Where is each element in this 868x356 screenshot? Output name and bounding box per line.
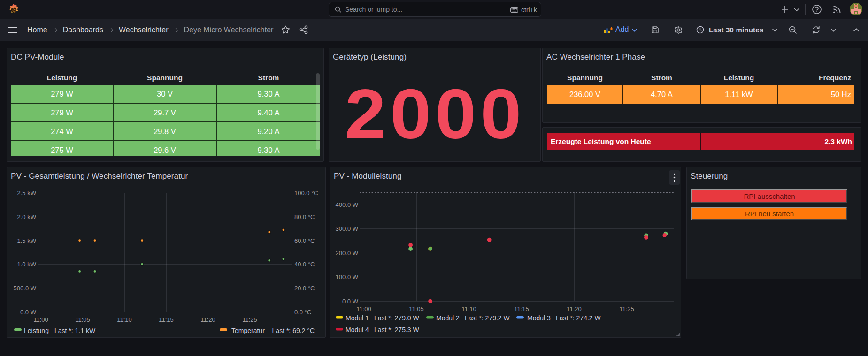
- svg-text:80.0 °C: 80.0 °C: [294, 213, 315, 220]
- svg-text:11:05: 11:05: [75, 316, 90, 323]
- svg-text:200.0 W: 200.0 W: [336, 250, 359, 257]
- svg-text:0.0 W: 0.0 W: [342, 298, 359, 305]
- svg-text:300.0 W: 300.0 W: [336, 225, 359, 232]
- svg-text:1.5 kW: 1.5 kW: [17, 237, 37, 244]
- svg-text:Last *: 1.1 kW: Last *: 1.1 kW: [54, 327, 96, 334]
- svg-text:Last *: 275.3 W: Last *: 275.3 W: [374, 326, 420, 333]
- svg-text:Last *: 69.2 °C: Last *: 69.2 °C: [272, 327, 315, 334]
- svg-text:Modul 2: Modul 2: [436, 314, 460, 322]
- svg-text:500.0 W: 500.0 W: [14, 285, 37, 292]
- svg-text:Modul 4: Modul 4: [346, 326, 369, 333]
- svg-text:Last *: 274.2 W: Last *: 274.2 W: [556, 314, 601, 322]
- svg-text:11:20: 11:20: [200, 316, 215, 323]
- svg-text:11:10: 11:10: [461, 305, 476, 312]
- svg-text:11:00: 11:00: [33, 316, 48, 323]
- svg-text:11:25: 11:25: [619, 305, 634, 312]
- svg-text:11:20: 11:20: [567, 305, 582, 312]
- svg-text:2.5 kW: 2.5 kW: [17, 189, 37, 197]
- svg-text:11:15: 11:15: [159, 316, 174, 323]
- svg-text:1.0 kW: 1.0 kW: [17, 261, 37, 268]
- svg-text:0.0 °C: 0.0 °C: [294, 309, 311, 316]
- svg-text:Last *: 279.0 W: Last *: 279.0 W: [374, 314, 420, 322]
- svg-text:Modul 3: Modul 3: [527, 314, 551, 322]
- svg-text:Temperatur: Temperatur: [231, 327, 265, 334]
- svg-text:11:15: 11:15: [514, 305, 529, 312]
- svg-text:11:05: 11:05: [409, 305, 424, 312]
- svg-text:0.0 W: 0.0 W: [20, 309, 37, 316]
- svg-text:11:00: 11:00: [356, 305, 371, 312]
- svg-text:Modul 1: Modul 1: [346, 314, 369, 322]
- svg-text:20.0 °C: 20.0 °C: [294, 285, 315, 292]
- svg-text:11:10: 11:10: [117, 316, 132, 323]
- svg-text:11:25: 11:25: [242, 316, 257, 323]
- svg-text:400.0 W: 400.0 W: [336, 201, 359, 208]
- svg-text:100.0 W: 100.0 W: [336, 273, 359, 280]
- svg-text:Last *: 279.2 W: Last *: 279.2 W: [465, 314, 510, 322]
- svg-text:Leistung: Leistung: [24, 327, 49, 334]
- svg-text:2.0 kW: 2.0 kW: [17, 213, 37, 220]
- svg-text:40.0 °C: 40.0 °C: [294, 261, 315, 268]
- svg-text:60.0 °C: 60.0 °C: [294, 237, 315, 244]
- svg-text:100.0 °C: 100.0 °C: [294, 189, 318, 197]
